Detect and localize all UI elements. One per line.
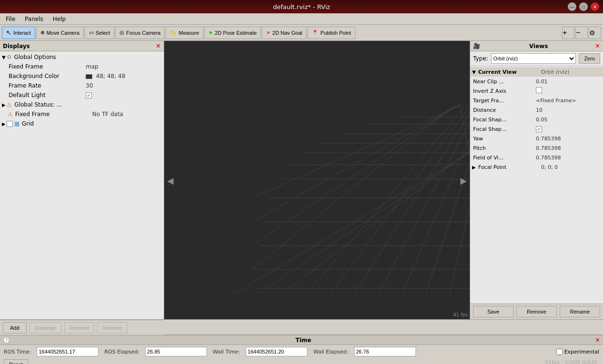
views-zero-button[interactable]: Zero (579, 53, 600, 64)
invert-z-checkbox[interactable] (536, 87, 542, 93)
current-view-header[interactable]: ▼ Current View Orbit (rviz) (470, 67, 603, 77)
pose-estimate-button[interactable]: ➤ 2D Pose Estimate (204, 27, 261, 39)
target-frame-row[interactable]: Target Fra… <Fixed Frame> (470, 96, 603, 105)
menu-file[interactable]: File (2, 15, 19, 23)
settings-icon-button[interactable]: ⚙ (589, 27, 601, 39)
time-header: 🕐 Time ✕ (0, 335, 603, 345)
focal-shape-2-row[interactable]: Focal Shap… ✓ (470, 124, 603, 134)
views-icon: 🎥 (473, 43, 480, 49)
focus-camera-button[interactable]: ◎ Focus Camera (115, 27, 165, 39)
ros-elapsed-input[interactable] (145, 347, 207, 356)
add-icon-button[interactable]: + (562, 27, 574, 39)
invert-z-label: Invert Z Axis (472, 88, 534, 94)
global-status-row[interactable]: ▶ ⚠ Global Status: ... (0, 100, 164, 109)
default-light-checkbox[interactable]: ✓ (86, 92, 92, 98)
focal-shape-2-label: Focal Shap… (472, 126, 534, 132)
wall-time-label: Wall Time: (213, 349, 240, 355)
publish-point-button[interactable]: 📍 Publish Point (307, 27, 355, 39)
displays-header: Displays ✕ (0, 41, 164, 51)
background-color-row[interactable]: Background Color 48; 48; 48 (0, 71, 164, 81)
fixed-frame-status-label: Fixed Frame (14, 111, 90, 118)
experimental-checkbox[interactable] (556, 349, 563, 355)
fov-row[interactable]: Field of Vi… 0.785398 (470, 153, 603, 162)
views-close-button[interactable]: ✕ (595, 42, 600, 49)
focal-shape-2-checkbox[interactable]: ✓ (536, 126, 542, 132)
focal-point-row[interactable]: ▶ Focal Point 0; 0; 0 (470, 162, 603, 172)
distance-row[interactable]: Distance 10 (470, 105, 603, 115)
current-view-label: Current View (477, 69, 539, 75)
viewport-left-arrow[interactable]: ◀ (167, 175, 174, 185)
nav-goal-button[interactable]: ➤ 2D Nav Goal (262, 27, 306, 39)
camera-icon: ⊕ (40, 30, 45, 36)
frame-rate-row[interactable]: Frame Rate 30 (0, 81, 164, 90)
focal-shape-2-value: ✓ (534, 126, 603, 132)
fixed-frame-row[interactable]: Fixed Frame map (0, 62, 164, 71)
yaw-label: Yaw (472, 136, 534, 142)
views-header: 🎥 Views ✕ (470, 41, 603, 51)
distance-label: Distance (472, 107, 534, 113)
focal-shape-1-row[interactable]: Focal Shap… 0.05 (470, 115, 603, 124)
views-tree: ▼ Current View Orbit (rviz) Near Clip … … (470, 66, 603, 304)
global-options-label: Global Options (13, 54, 89, 60)
fps-display: 41fps (545, 359, 560, 364)
arrow-pink-icon: ➤ (266, 30, 270, 36)
rename-display-button: Rename (97, 322, 128, 334)
menu-help[interactable]: Help (49, 15, 69, 23)
default-light-value: ✓ (84, 92, 164, 98)
pitch-label: Pitch (472, 145, 534, 151)
default-light-label: Default Light (8, 92, 84, 98)
time-close-button[interactable]: ✕ (595, 336, 600, 344)
viewport-right-arrow[interactable]: ▶ (460, 175, 467, 185)
select-button[interactable]: ▭ Select (85, 27, 115, 39)
pitch-row[interactable]: Pitch 0.785398 (470, 143, 603, 153)
main-layout: Displays ✕ ▼ ⚙ Global Options Fixed Fram… (0, 41, 603, 319)
maximize-button[interactable]: □ (579, 2, 588, 11)
views-remove-button[interactable]: Remove (516, 306, 557, 317)
global-options-row[interactable]: ▼ ⚙ Global Options (0, 52, 164, 62)
menu-panels[interactable]: Panels (21, 15, 47, 23)
current-view-type: Orbit (rviz) (539, 69, 603, 75)
background-color-value: 48; 48; 48 (84, 73, 164, 79)
remove-icon-button[interactable]: − (575, 27, 588, 39)
target-frame-value: <Fixed Frame> (534, 98, 603, 104)
focal-point-value: 0; 0; 0 (539, 164, 603, 170)
close-button[interactable]: ✕ (591, 2, 599, 11)
expand-arrow-focal-point: ▶ (472, 165, 476, 170)
yaw-row[interactable]: Yaw 0.785398 (470, 134, 603, 143)
pitch-value: 0.785398 (534, 145, 603, 151)
experimental-label: Experimental (564, 349, 599, 355)
measure-button[interactable]: 📏 Measure (166, 27, 203, 39)
ros-time-input[interactable] (37, 347, 99, 356)
minimize-button[interactable]: — (568, 2, 576, 11)
move-camera-button[interactable]: ⊕ Move Camera (36, 27, 84, 39)
near-clip-label: Near Clip … (472, 79, 534, 85)
focal-point-label: Focal Point (477, 164, 539, 170)
interact-button[interactable]: ↖ Interact (2, 27, 35, 39)
views-rename-button[interactable]: Rename (560, 306, 600, 317)
distance-value: 10 (534, 107, 603, 113)
near-clip-row[interactable]: Near Clip … 0.01 (470, 77, 603, 86)
viewport[interactable]: ◀ ▶ 41 fps (164, 41, 470, 319)
wall-elapsed-input[interactable] (354, 347, 416, 356)
background-color-label: Background Color (8, 73, 84, 79)
grid-icon: ▦ (14, 120, 20, 127)
reset-button[interactable]: Reset (4, 359, 28, 364)
point-red-icon: 📍 (312, 30, 318, 36)
invert-z-row[interactable]: Invert Z Axis (470, 86, 603, 96)
views-save-button[interactable]: Save (473, 306, 514, 317)
global-status-label: Global Status: ... (13, 101, 89, 108)
time-panel: 🕐 Time ✕ ROS Time: ROS Elapsed: Wall Tim… (0, 334, 603, 364)
fixed-frame-label: Fixed Frame (8, 63, 84, 70)
fixed-frame-status-row[interactable]: ⚠ Fixed Frame No TF data (0, 109, 164, 119)
wall-time-input[interactable] (246, 347, 307, 356)
grid-checkbox[interactable] (7, 121, 13, 127)
default-light-row[interactable]: Default Light ✓ (0, 90, 164, 100)
grid-row[interactable]: ▶ ▦ Grid (0, 119, 164, 128)
arrow-green-icon: ➤ (208, 30, 213, 36)
views-type-select[interactable]: Orbit (rviz) (491, 53, 576, 64)
cursor-icon: ↖ (6, 29, 11, 36)
add-display-button[interactable]: Add (3, 322, 27, 334)
displays-title: Displays (3, 43, 30, 49)
displays-close-button[interactable]: ✕ (156, 42, 161, 49)
yaw-value: 0.785398 (534, 136, 603, 142)
